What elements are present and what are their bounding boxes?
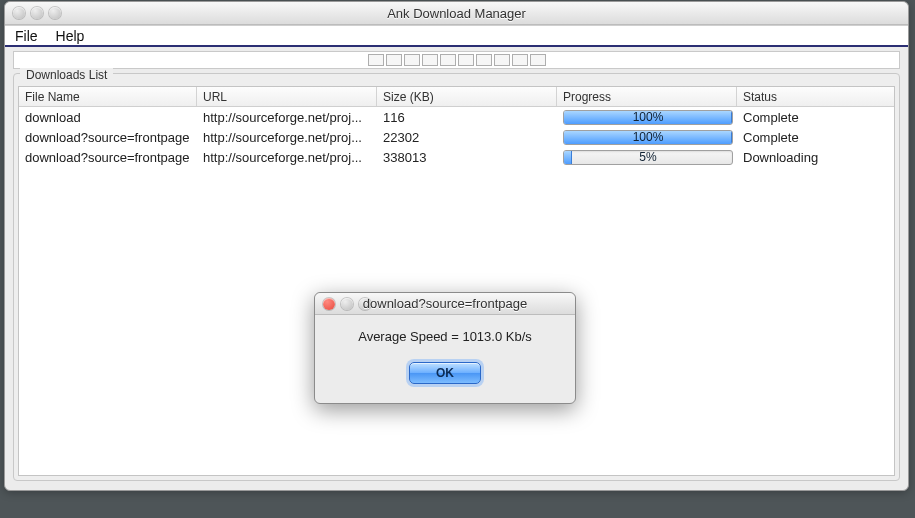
table-row[interactable]: download?source=frontpagehttp://sourcefo… xyxy=(19,147,894,167)
cell-status: Complete xyxy=(737,109,894,126)
dialog-button-row: OK xyxy=(315,362,575,384)
ok-button[interactable]: OK xyxy=(409,362,481,384)
col-url[interactable]: URL xyxy=(197,87,377,106)
cell-url: http://sourceforge.net/proj... xyxy=(197,149,377,166)
group-title: Downloads List xyxy=(20,68,113,82)
window-title: Ank Download Manager xyxy=(5,6,908,21)
cell-progress: 100% xyxy=(557,129,737,146)
menubar: File Help xyxy=(5,25,908,47)
toolbar-slot[interactable] xyxy=(440,54,456,66)
toolbar-slot[interactable] xyxy=(422,54,438,66)
main-window: Ank Download Manager File Help Downloads… xyxy=(4,1,909,491)
col-size[interactable]: Size (KB) xyxy=(377,87,557,106)
toolbar-slot[interactable] xyxy=(386,54,402,66)
traffic-lights xyxy=(315,298,371,310)
zoom-icon[interactable] xyxy=(49,7,61,19)
toolbar-slot[interactable] xyxy=(458,54,474,66)
toolbar xyxy=(13,51,900,69)
cell-url: http://sourceforge.net/proj... xyxy=(197,129,377,146)
progress-bar: 100% xyxy=(563,130,733,145)
progress-bar: 100% xyxy=(563,110,733,125)
toolbar-slot[interactable] xyxy=(368,54,384,66)
cell-filename: download?source=frontpage xyxy=(19,129,197,146)
minimize-icon[interactable] xyxy=(341,298,353,310)
progress-label: 100% xyxy=(564,111,732,124)
table-body: downloadhttp://sourceforge.net/proj...11… xyxy=(19,107,894,167)
close-icon[interactable] xyxy=(323,298,335,310)
table-header: File Name URL Size (KB) Progress Status xyxy=(19,87,894,107)
zoom-icon[interactable] xyxy=(359,298,371,310)
menu-help[interactable]: Help xyxy=(56,28,85,44)
toolbar-slot[interactable] xyxy=(404,54,420,66)
toolbar-slot[interactable] xyxy=(476,54,492,66)
table-row[interactable]: downloadhttp://sourceforge.net/proj...11… xyxy=(19,107,894,127)
col-filename[interactable]: File Name xyxy=(19,87,197,106)
menu-file[interactable]: File xyxy=(15,28,38,44)
toolbar-slot[interactable] xyxy=(512,54,528,66)
cell-size: 116 xyxy=(377,109,557,126)
progress-label: 5% xyxy=(564,151,732,164)
cell-filename: download xyxy=(19,109,197,126)
cell-status: Complete xyxy=(737,129,894,146)
cell-url: http://sourceforge.net/proj... xyxy=(197,109,377,126)
main-titlebar[interactable]: Ank Download Manager xyxy=(5,2,908,25)
speed-dialog: download?source=frontpage Average Speed … xyxy=(314,292,576,404)
downloads-table: File Name URL Size (KB) Progress Status … xyxy=(18,86,895,476)
cell-filename: download?source=frontpage xyxy=(19,149,197,166)
toolbar-slot[interactable] xyxy=(494,54,510,66)
col-status[interactable]: Status xyxy=(737,87,894,106)
table-row[interactable]: download?source=frontpagehttp://sourcefo… xyxy=(19,127,894,147)
progress-bar: 5% xyxy=(563,150,733,165)
traffic-lights xyxy=(5,7,61,19)
progress-label: 100% xyxy=(564,131,732,144)
dialog-message: Average Speed = 1013.0 Kb/s xyxy=(315,315,575,352)
toolbar-slot[interactable] xyxy=(530,54,546,66)
col-progress[interactable]: Progress xyxy=(557,87,737,106)
cell-status: Downloading xyxy=(737,149,894,166)
cell-size: 22302 xyxy=(377,129,557,146)
close-icon[interactable] xyxy=(13,7,25,19)
downloads-group: Downloads List File Name URL Size (KB) P… xyxy=(13,73,900,481)
minimize-icon[interactable] xyxy=(31,7,43,19)
cell-progress: 5% xyxy=(557,149,737,166)
cell-progress: 100% xyxy=(557,109,737,126)
cell-size: 338013 xyxy=(377,149,557,166)
dialog-titlebar[interactable]: download?source=frontpage xyxy=(315,293,575,315)
